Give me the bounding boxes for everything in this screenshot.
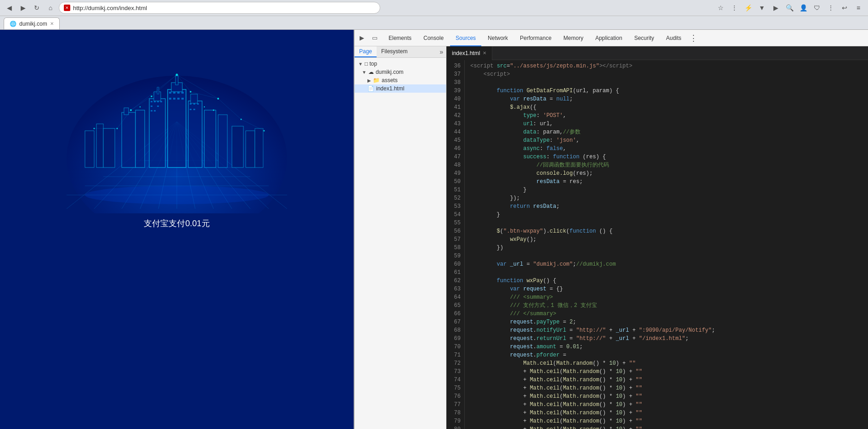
code-tabs: index1.html ✕ — [446, 46, 868, 60]
devtools-icons: ▶ ▭ — [356, 33, 380, 44]
account-button[interactable]: 👤 — [797, 2, 809, 14]
shield-button[interactable]: 🛡 — [811, 2, 823, 14]
svg-rect-28 — [168, 89, 186, 167]
svg-rect-21 — [103, 128, 115, 167]
main-content: 支付宝支付0.01元 ▶ ▭ Elements Console Sources … — [0, 30, 868, 429]
svg-rect-40 — [157, 101, 159, 102]
devtools-tab-audits[interactable]: Audits — [660, 30, 687, 46]
webpage-area: 支付宝支付0.01元 — [0, 30, 354, 429]
extension1-button[interactable]: ⚡ — [742, 2, 754, 14]
code-content: <script src="../assets/js/zepto.min.js">… — [465, 60, 868, 429]
devtools-more-button[interactable]: ⋮ — [688, 33, 699, 44]
sources-tab-page[interactable]: Page — [355, 46, 377, 57]
bookmark-button[interactable]: ☆ — [715, 2, 727, 14]
svg-rect-39 — [154, 101, 156, 102]
tree-arrow-dumikj: ▼ — [362, 70, 366, 75]
tree-arrow-top: ▼ — [358, 61, 363, 67]
tree-label-dumikj: dumikj.com — [376, 69, 404, 75]
tree-item-dumikj[interactable]: ▼ ☁ dumikj.com — [355, 68, 446, 76]
device-toolbar-button[interactable]: ▭ — [369, 33, 380, 44]
svg-rect-41 — [160, 101, 162, 102]
svg-point-68 — [213, 110, 214, 111]
svg-rect-22 — [122, 112, 135, 167]
svg-rect-37 — [255, 128, 263, 167]
folder-icon: 📁 — [373, 77, 380, 84]
svg-rect-30 — [175, 76, 178, 85]
file-tree: ▼ □ top ▼ ☁ dumikj.com ▶ 📁 assets — [355, 58, 446, 429]
svg-rect-20 — [96, 124, 103, 167]
url-text: http://dumikj.com/index.html — [73, 5, 147, 11]
tree-label-top: □ top — [365, 61, 377, 67]
tree-label-assets: assets — [382, 77, 398, 84]
tab-favicon: 🌐 — [10, 21, 17, 27]
search-button[interactable]: 🔍 — [783, 2, 795, 14]
devtools-panels-container: Page Filesystem » ▼ □ top ▼ ☁ dumikj.com — [355, 46, 868, 429]
devtools-tab-console[interactable]: Console — [418, 30, 449, 46]
line-numbers: 3637383940414243444546474849505152535455… — [446, 60, 465, 429]
svg-rect-31 — [188, 101, 202, 167]
svg-rect-48 — [177, 92, 180, 94]
inspect-element-button[interactable]: ▶ — [356, 33, 367, 44]
devtools-tab-elements[interactable]: Elements — [383, 30, 417, 46]
tree-item-assets[interactable]: ▶ 📁 assets — [355, 76, 446, 84]
svg-rect-33 — [204, 110, 216, 167]
extension2-button[interactable]: ▼ — [756, 2, 768, 14]
sources-tab-filesystem[interactable]: Filesystem — [377, 46, 412, 57]
svg-rect-47 — [173, 92, 175, 94]
site-favicon: ✕ — [64, 5, 70, 11]
devtools-panel: ▶ ▭ Elements Console Sources Network Per… — [354, 30, 868, 429]
svg-rect-56 — [197, 103, 199, 105]
svg-rect-35 — [232, 126, 243, 167]
svg-rect-57 — [190, 109, 192, 110]
svg-rect-43 — [157, 106, 159, 107]
svg-rect-53 — [181, 98, 184, 100]
grid-button[interactable]: ⋮ — [728, 2, 740, 14]
refresh-button[interactable]: ↻ — [31, 2, 42, 13]
svg-rect-23 — [124, 108, 129, 115]
back-button[interactable]: ◀ — [4, 2, 15, 13]
svg-point-70 — [140, 106, 141, 107]
code-editor[interactable]: 3637383940414243444546474849505152535455… — [446, 60, 868, 429]
tree-label-index1html: index1.html — [376, 85, 404, 92]
devtools-tab-memory[interactable]: Memory — [558, 30, 589, 46]
svg-rect-51 — [173, 98, 175, 100]
devtools-tab-application[interactable]: Application — [590, 30, 628, 46]
undo-button[interactable]: ↩ — [839, 2, 851, 14]
code-tab-close-button[interactable]: ✕ — [483, 46, 486, 60]
svg-rect-27 — [157, 87, 159, 94]
devtools-tab-sources[interactable]: Sources — [450, 30, 481, 46]
tab-label: dumikj.com — [19, 21, 47, 27]
forward-button[interactable]: ▶ — [17, 2, 28, 13]
menu-button[interactable]: ≡ — [852, 2, 864, 14]
city-illustration — [57, 39, 296, 213]
devtools-toolbar: ▶ ▭ Elements Console Sources Network Per… — [355, 30, 868, 46]
svg-point-81 — [85, 186, 269, 204]
svg-rect-46 — [169, 92, 171, 94]
devtools-tab-security[interactable]: Security — [629, 30, 659, 46]
svg-rect-58 — [193, 109, 195, 110]
svg-rect-19 — [85, 131, 94, 167]
home-button[interactable]: ⌂ — [45, 2, 56, 13]
code-tab-index1[interactable]: index1.html ✕ — [446, 46, 492, 60]
tree-item-top[interactable]: ▼ □ top — [355, 60, 446, 68]
sources-sidebar: Page Filesystem » ▼ □ top ▼ ☁ dumikj.com — [355, 46, 446, 429]
svg-rect-36 — [246, 131, 255, 167]
toolbar-right: ☆ ⋮ ⚡ ▼ ▶ 🔍 👤 🛡 ⋮ ↩ ≡ — [715, 2, 864, 14]
cloud-icon: ☁ — [368, 69, 374, 75]
tab-close-button[interactable]: ✕ — [50, 21, 54, 26]
svg-point-69 — [204, 106, 205, 107]
user-button[interactable]: ▶ — [770, 2, 782, 14]
svg-rect-55 — [193, 103, 195, 105]
devtools-tab-performance[interactable]: Performance — [514, 30, 557, 46]
svg-rect-54 — [190, 103, 192, 105]
svg-rect-45 — [154, 110, 156, 111]
payment-text: 支付宝支付0.01元 — [144, 218, 209, 229]
devtools-tab-network[interactable]: Network — [482, 30, 513, 46]
address-bar[interactable]: ✕ http://dumikj.com/index.html — [59, 2, 380, 14]
svg-rect-50 — [169, 98, 171, 100]
apps-button[interactable]: ⋮ — [825, 2, 837, 14]
tree-item-index1html[interactable]: 📄 index1.html — [355, 84, 446, 93]
svg-rect-44 — [151, 110, 152, 111]
tab-dumikj[interactable]: 🌐 dumikj.com ✕ — [4, 17, 60, 29]
sources-tab-more[interactable]: » — [437, 46, 446, 57]
